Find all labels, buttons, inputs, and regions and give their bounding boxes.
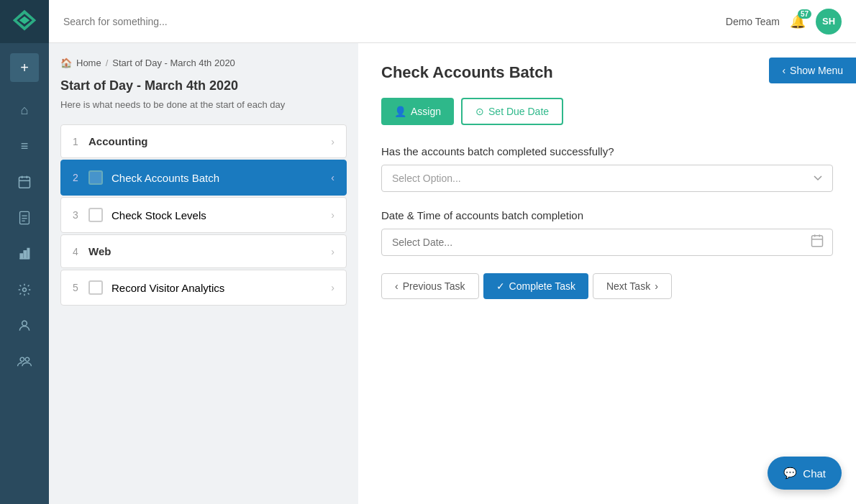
notification-bell[interactable]: 🔔 57 [790,14,806,29]
previous-task-label: Previous Task [403,280,465,292]
calendar-icon[interactable] [810,234,824,252]
checkmark-icon: ✓ [496,280,505,292]
assign-button[interactable]: 👤 Assign [381,98,454,125]
task-detail-title: Check Accounts Batch [381,63,833,82]
chat-button[interactable]: 💬 Chat [768,457,842,490]
task-item-1[interactable]: 1 Accounting › [60,124,347,158]
panel-title: Start of Day - March 4th 2020 [60,78,347,93]
svg-rect-3 [19,177,30,188]
task-checkbox-3[interactable] [88,208,103,222]
task-arrow-2: ‹ [331,172,334,183]
svg-rect-19 [812,236,823,247]
date-input-wrapper [381,229,833,256]
next-task-label: Next Task [606,280,650,292]
set-due-date-button[interactable]: ⊙ Set Due Date [461,98,563,125]
task-label-5: Record Visitor Analytics [111,282,331,294]
avatar[interactable]: SH [816,9,842,35]
task-label-1: Accounting [88,135,331,147]
complete-task-label: Complete Task [509,280,575,292]
search-input[interactable] [63,16,726,27]
task-num-4: 4 [73,246,88,257]
action-buttons: 👤 Assign ⊙ Set Due Date [381,98,833,125]
task-item-5[interactable]: 5 Record Visitor Analytics › [60,270,347,306]
svg-point-17 [20,357,24,362]
task-arrow-3: › [331,209,334,221]
user-assign-icon: 👤 [394,106,406,117]
next-arrow-icon: › [655,280,658,292]
svg-point-16 [22,321,27,326]
task-checkbox-2[interactable] [88,170,103,185]
task-arrow-1: › [331,136,334,147]
breadcrumb-home[interactable]: Home [76,58,101,68]
task-num-3: 3 [73,209,88,221]
sidebar-home-icon[interactable]: ⌂ [0,92,49,128]
next-task-button[interactable]: Next Task › [593,273,672,299]
accounts-batch-label: Has the accounts batch completed success… [381,145,833,157]
home-icon: 🏠 [60,58,72,68]
sidebar-document-icon[interactable] [0,200,49,236]
complete-task-button[interactable]: ✓ Complete Task [483,273,588,299]
task-arrow-5: › [331,282,334,293]
sidebar-settings-icon[interactable] [0,272,49,308]
task-arrow-4: › [331,246,334,257]
right-panel: ‹ Show Menu Check Accounts Batch 👤 Assig… [358,43,856,504]
task-checkbox-5[interactable] [88,280,103,295]
task-list: 1 Accounting › 2 Check Accounts Batch ‹ … [60,124,347,306]
date-time-label: Date & Time of accounts batch completion [381,209,833,221]
topbar-right: Demo Team 🔔 57 SH [726,9,842,35]
sidebar-calendar-icon[interactable] [0,164,49,200]
panel-subtitle: Here is what needs to be done at the sta… [60,99,347,110]
date-input[interactable] [381,229,833,256]
previous-task-button[interactable]: ‹ Previous Task [381,273,479,299]
left-panel: 🏠 Home / Start of Day - March 4th 2020 S… [49,43,358,504]
breadcrumb: 🏠 Home / Start of Day - March 4th 2020 [60,58,347,68]
main-content: 🏠 Home / Start of Day - March 4th 2020 S… [49,43,856,504]
sidebar-list-icon[interactable]: ≡ [0,128,49,164]
notification-badge: 57 [798,9,811,19]
show-menu-label: Show Menu [790,65,843,76]
svg-rect-12 [20,254,22,259]
prev-arrow-icon: ‹ [395,280,399,292]
svg-rect-14 [27,249,29,259]
breadcrumb-separator: / [106,58,109,68]
svg-point-18 [25,357,29,362]
date-time-group: Date & Time of accounts batch completion [381,209,833,256]
task-num-1: 1 [73,136,88,147]
task-label-4: Web [88,245,331,257]
task-num-2: 2 [73,172,88,183]
navigation-buttons: ‹ Previous Task ✓ Complete Task Next Tas… [381,273,833,299]
sidebar-group-icon[interactable] [0,344,49,380]
app-logo [0,0,49,43]
chat-label: Chat [803,467,826,480]
task-item-2[interactable]: 2 Check Accounts Batch ‹ [60,160,347,196]
chat-icon: 💬 [783,467,797,480]
task-item-4[interactable]: 4 Web › [60,234,347,268]
sidebar: + ⌂ ≡ [0,0,49,504]
accounts-batch-select[interactable]: Select Option... [381,165,833,192]
svg-rect-13 [24,251,26,259]
svg-point-15 [23,288,27,292]
assign-label: Assign [411,106,441,117]
breadcrumb-current: Start of Day - March 4th 2020 [112,58,235,68]
task-label-2: Check Accounts Batch [111,172,331,184]
show-menu-button[interactable]: ‹ Show Menu [769,58,856,83]
accounts-batch-question-group: Has the accounts batch completed success… [381,145,833,192]
set-due-date-label: Set Due Date [488,106,549,117]
chevron-left-icon: ‹ [782,65,786,76]
task-num-5: 5 [73,282,88,293]
topbar: Demo Team 🔔 57 SH [49,0,856,43]
add-button[interactable]: + [10,53,39,82]
task-item-3[interactable]: 3 Check Stock Levels › [60,197,347,233]
task-label-3: Check Stock Levels [111,209,331,221]
svg-rect-7 [20,211,29,224]
sidebar-user-icon[interactable] [0,308,49,344]
sidebar-chart-icon[interactable] [0,236,49,272]
clock-icon: ⊙ [475,106,484,117]
team-name: Demo Team [726,16,780,27]
